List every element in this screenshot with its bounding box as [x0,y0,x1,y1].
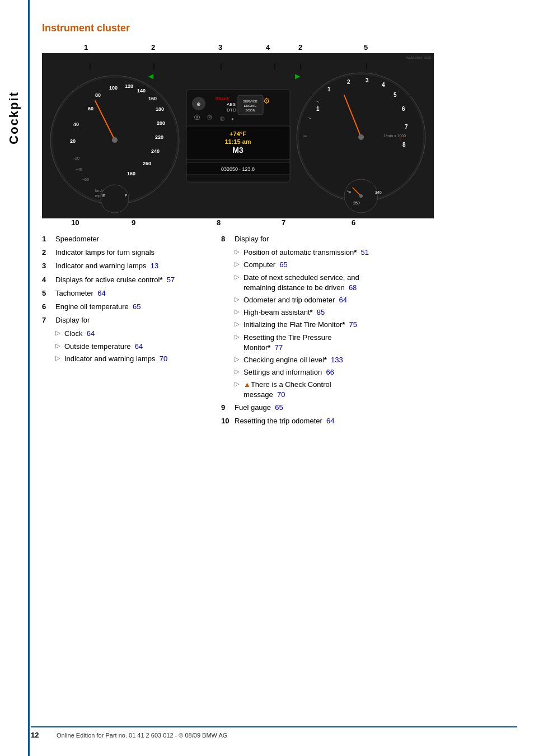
label-1-top: 1 [84,43,88,52]
svg-text:⊕: ⊕ [196,101,201,107]
link-8-8[interactable]: 133 [331,356,343,364]
link-3[interactable]: 13 [151,262,158,270]
svg-text:120: 120 [125,83,133,89]
desc-text-7: Display for [55,315,90,325]
desc-item-7: 7 Display for [42,315,199,325]
sub-text-7-2: Outside temperature 64 [64,342,143,352]
cluster-svg: WM8-2564-0009 60 40 20 ~20 ~40 ~60 80 10… [42,53,434,218]
sub-text-8-6: Initializing the Flat Tire Monitor* 75 [243,320,357,330]
sub-items-7: ▷ Clock 64 ▷ Outside temperature 64 ▷ In… [55,329,199,364]
link-8-7[interactable]: 77 [275,343,283,352]
sub-text-8-2: Computer 65 [243,260,288,270]
sub-item-8-9: ▷ Settings and information 66 [235,367,517,377]
sub-item-8-3: ▷ Date of next scheduled service, andrem… [235,273,517,293]
svg-text:140: 140 [137,88,146,94]
descriptions: 1 Speedometer 2 Indicator lamps for turn… [42,234,517,430]
sub-bullet-7-3: ▷ [55,354,61,364]
svg-text:40: 40 [73,122,79,127]
svg-text:200: 200 [157,120,165,126]
svg-text:~20: ~20 [73,156,79,160]
desc-item-3: 3 Indicator and warning lamps 13 [42,261,199,271]
link-8-3[interactable]: 68 [349,283,357,292]
footer-page-number: 12 [31,731,48,739]
desc-text-10: Resetting the trip odometer 64 [235,416,335,426]
desc-item-8: 8 Display for [221,234,517,244]
desc-num-8: 8 [221,234,232,244]
label-2a-top: 2 [151,43,155,52]
desc-item-10: 10 Resetting the trip odometer 64 [221,416,517,426]
svg-text:100: 100 [109,85,118,91]
svg-text:ABS: ABS [227,102,236,107]
svg-text:SOON: SOON [245,109,255,112]
svg-text:1: 1 [316,106,320,112]
link-5[interactable]: 64 [97,289,105,297]
svg-text:°F: °F [347,190,351,194]
sub-item-8-10: ▷ ▲There is a Check Controlmessage 70 [235,380,517,400]
instrument-cluster-diagram: 1 2 3 4 2 5 WM8-2564-0009 60 40 [42,43,434,228]
label-5-top: 5 [364,43,368,52]
link-7-1[interactable]: 64 [87,329,95,338]
link-8-10[interactable]: 70 [277,390,285,399]
desc-item-6: 6 Engine oil temperature 65 [42,302,199,312]
blue-accent-line [28,0,30,756]
link-8-2[interactable]: 65 [279,260,287,269]
desc-text-4: Displays for active cruise control* 57 [55,275,175,285]
desc-num-9: 9 [221,403,232,413]
desc-text-1: Speedometer [55,234,99,244]
svg-text:~40: ~40 [76,167,82,171]
desc-text-3: Indicator and warning lamps 13 [55,261,158,271]
main-content: Instrument cluster 1 2 3 4 2 5 WM8-2564-… [31,0,534,452]
link-7-2[interactable]: 64 [135,342,143,351]
svg-text:◀: ◀ [148,72,154,80]
sub-bullet-7-1: ▷ [55,329,61,339]
footer: 12 Online Edition for Part no. 01 41 2 6… [31,726,517,739]
section-title: Instrument cluster [42,22,517,34]
svg-text:F: F [125,194,127,198]
svg-text:⑪: ⑪ [220,116,224,122]
link-8-1[interactable]: 51 [361,248,369,256]
link-7-3[interactable]: 70 [160,354,167,363]
svg-text:160: 160 [148,96,157,101]
sub-item-8-1: ▷ Position of automatic transmission* 51 [235,248,517,258]
desc-text-8: Display for [235,234,269,244]
label-2b-top: 2 [298,43,302,52]
sub-bullet-8-7: ▷ [235,333,240,353]
svg-text:BRAKE: BRAKE [216,97,229,101]
sub-bullet-8-10: ▷ [235,380,240,400]
left-descriptions: 1 Speedometer 2 Indicator lamps for turn… [42,234,199,430]
svg-text:260: 260 [143,161,151,166]
link-8-4[interactable]: 64 [339,296,347,304]
svg-text:4: 4 [382,82,385,88]
svg-text:7: 7 [405,124,408,130]
right-descriptions: 8 Display for ▷ Position of automatic tr… [221,234,517,430]
svg-text:160: 160 [127,171,135,176]
svg-text:20: 20 [70,138,76,144]
top-labels: 1 2 3 4 2 5 [42,43,434,53]
link-8-5[interactable]: 85 [317,308,325,316]
sub-item-7-2: ▷ Outside temperature 64 [55,342,199,352]
svg-text:+74°F: +74°F [229,130,246,137]
sub-item-8-2: ▷ Computer 65 [235,260,517,270]
sub-item-8-6: ▷ Initializing the Flat Tire Monitor* 75 [235,320,517,330]
sub-bullet-8-9: ▷ [235,367,240,377]
svg-text:2: 2 [347,79,350,85]
link-6[interactable]: 65 [133,302,140,311]
svg-text:1: 1 [327,86,331,92]
desc-num-5: 5 [42,288,53,298]
sub-item-8-8: ▷ Checking engine oil level* 133 [235,355,517,365]
sub-text-7-3: Indicator and warning lamps 70 [64,354,167,364]
label-3-top: 3 [218,43,222,52]
sub-item-8-5: ▷ High-beam assistant* 85 [235,307,517,318]
desc-item-5: 5 Tachometer 64 [42,288,199,298]
desc-item-1: 1 Speedometer [42,234,199,244]
sub-bullet-8-1: ▷ [235,248,240,258]
sub-item-7-3: ▷ Indicator and warning lamps 70 [55,354,199,364]
link-9[interactable]: 65 [275,403,283,412]
link-8-9[interactable]: 66 [326,368,334,376]
link-4[interactable]: 57 [167,276,175,284]
footer-copyright: Online Edition for Part no. 01 41 2 603 … [57,732,227,739]
link-10[interactable]: 64 [326,417,334,425]
sub-text-7-1: Clock 64 [64,329,95,339]
link-8-6[interactable]: 75 [349,320,357,329]
svg-text:240: 240 [151,148,160,154]
